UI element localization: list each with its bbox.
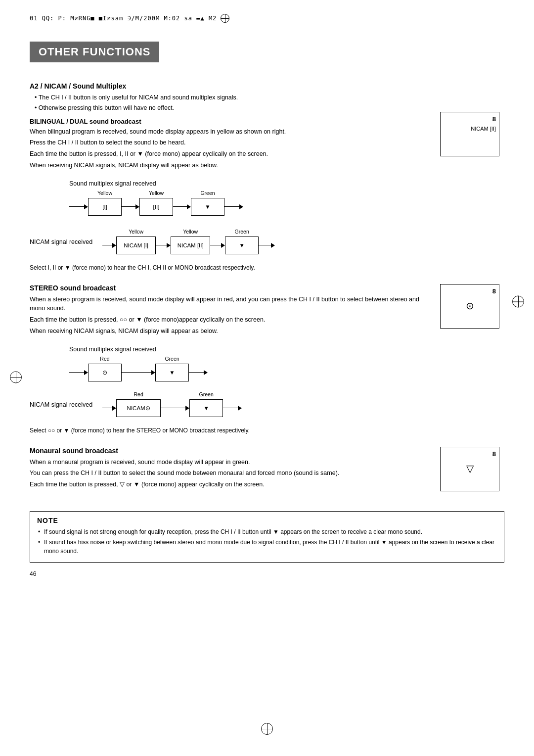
section-title-wrapper: OTHER FUNCTIONS: [30, 42, 504, 72]
box2-d3: ▼: [155, 364, 189, 381]
arrow-d3-1: [122, 370, 155, 375]
arrow-d4-1: [161, 406, 189, 411]
box2-label-d4: Green: [199, 391, 214, 397]
stereo-section: STEREO sound broadcast When a stereo pro…: [30, 284, 504, 442]
diagram1-section: Sound multiplex signal received Yellow […: [69, 180, 430, 216]
sidebar-icon-monaural: ▽: [466, 463, 474, 474]
stereo-p3: When receiving NICAM signals, NICAM disp…: [30, 327, 430, 336]
end-arrow-d4: [223, 406, 242, 411]
box1-d3: ⊙: [88, 364, 122, 381]
box3-d1: ▼: [191, 198, 224, 216]
box1-wrapper-d3: Red ⊙: [88, 364, 122, 381]
box2-d2: NICAM [II]: [171, 236, 210, 254]
start-arrow-4: [102, 406, 116, 411]
header-bar: 01 QQ: P: M≠RNG■ ■I≠sam ∋/M/200M M:02 sa…: [30, 10, 504, 27]
start-arrow-1: [69, 204, 88, 209]
diagram3-flow: Red ⊙ Green: [69, 364, 430, 381]
left-crosshair-decoration: [10, 372, 22, 383]
box2-wrapper-d3: Green ▼: [155, 364, 189, 381]
sidebar-icon-stereo: ⊙: [466, 300, 474, 312]
arrow-d2-1: [156, 243, 171, 248]
bottom-crosshair-decoration: [261, 723, 273, 735]
note-2: If sound has hiss noise or keep switchin…: [37, 538, 497, 556]
monaural-title: Monaural sound broadcast: [30, 447, 430, 455]
box2-label-d2: Yellow: [183, 229, 198, 235]
right-crosshair-decoration: [512, 296, 524, 308]
monaural-section: Monaural sound broadcast When a monaural…: [30, 447, 504, 501]
diagram4-section: NICAM signal received Red: [30, 388, 430, 420]
header-text: 01 QQ: P: M≠RNG■ ■I≠sam ∋/M/200M M:02 sa…: [30, 15, 217, 22]
box1-wrapper-d2: Yellow NICAM [I]: [116, 236, 156, 254]
box1-label-d4: Red: [134, 391, 143, 397]
end-arrow-d3: [189, 370, 208, 375]
a2-title: A2 / NICAM / Sound Multiplex: [30, 82, 430, 90]
arrow-d2-2: [210, 243, 225, 248]
stereo-main-content: STEREO sound broadcast When a stereo pro…: [30, 284, 430, 442]
box2-wrapper-d2: Yellow NICAM [II]: [171, 236, 210, 254]
select-statement-2: Select ○○ or ▼ (force mono) to hear the …: [30, 427, 430, 434]
diagram2-title: NICAM signal received: [30, 226, 92, 245]
stereo-p1: When a stereo program is received, sound…: [30, 295, 430, 314]
box1-d2: NICAM [I]: [116, 236, 156, 254]
bilingual-title: BILINGUAL / DUAL sound broadcast: [30, 118, 430, 125]
sidebar-num-stereo: 8: [492, 287, 496, 295]
box2-d1: [II]: [139, 198, 173, 216]
note-section: NOTE If sound signal is not strong enoug…: [30, 511, 504, 563]
diagram2-flow: Yellow NICAM [I]: [102, 236, 275, 254]
diagram3-title: Sound multiplex signal received: [69, 346, 430, 353]
bilingual-p3: Each time the button is pressed, I, II o…: [30, 149, 430, 159]
bilingual-p2: Press the CH I / II button to select the…: [30, 138, 430, 147]
a2-bullet-1: The CH I / II button is only useful for …: [35, 93, 430, 102]
note-1: If sound signal is not strong enough for…: [37, 527, 497, 536]
box1-d1: [I]: [88, 198, 122, 216]
box2-label-d3: Green: [165, 356, 179, 362]
monaural-main-content: Monaural sound broadcast When a monaural…: [30, 447, 430, 501]
stereo-sidebar: 8 ⊙: [440, 284, 504, 442]
diagram1-flow: Yellow [I] Yellow: [69, 198, 430, 216]
page-number: 46: [30, 570, 504, 577]
box3-label-d2: Green: [235, 229, 249, 235]
sidebar-num-1: 8: [492, 115, 496, 123]
monaural-p1: When a monaural program is received, sou…: [30, 458, 430, 467]
section-title: OTHER FUNCTIONS: [30, 42, 159, 62]
sidebar-box-1: 8 NICAM [II]: [440, 112, 499, 156]
a2-section: A2 / NICAM / Sound Multiplex The CH I / …: [30, 82, 504, 279]
a2-main-content: A2 / NICAM / Sound Multiplex The CH I / …: [30, 82, 430, 279]
sidebar-num-monaural: 8: [492, 450, 496, 458]
arrow-d1-1: [122, 204, 139, 209]
bilingual-p4: When receiving NICAM signals, NICAM disp…: [30, 161, 430, 170]
box2-wrapper-d4: Green ▼: [189, 399, 223, 417]
monaural-sidebar: 8 ▽: [440, 447, 504, 501]
stereo-title: STEREO sound broadcast: [30, 284, 430, 292]
box1-wrapper-d4: Red NICAM⊙: [116, 399, 161, 417]
diagram2-section: NICAM signal received Yellow: [30, 226, 430, 257]
a2-sidebar: 8 NICAM [II]: [440, 82, 504, 279]
diagram4-title: NICAM signal received: [30, 388, 92, 408]
start-arrow-3: [69, 370, 88, 375]
box1-label-d3: Red: [100, 356, 109, 362]
end-arrow-d2: [259, 243, 275, 248]
monaural-p2: You can press the CH I / II button to se…: [30, 469, 430, 478]
box3-d2: ▼: [225, 236, 259, 254]
a2-bullet-2: Otherwise pressing this button will have…: [35, 103, 430, 113]
stereo-p2: Each time the button is pressed, ○○ or ▼…: [30, 315, 430, 325]
monaural-p3: Each time the button is pressed, ▽ or ▼ …: [30, 480, 430, 489]
box3-wrapper-d2: Green ▼: [225, 236, 259, 254]
box2-label-d1: Yellow: [149, 190, 164, 196]
a2-bullets: The CH I / II button is only useful for …: [30, 93, 430, 113]
page-container: 01 QQ: P: M≠RNG■ ■I≠sam ∋/M/200M M:02 sa…: [0, 0, 534, 756]
box2-d4: ▼: [189, 399, 223, 417]
box3-wrapper-d1: Green ▼: [191, 198, 224, 216]
sidebar-label-1: NICAM [II]: [471, 126, 496, 132]
box1-d4: NICAM⊙: [116, 399, 161, 417]
sidebar-box-monaural: 8 ▽: [440, 447, 499, 491]
arrow-d1-2: [173, 204, 191, 209]
diagram3-section: Sound multiplex signal received Red ⊙: [69, 346, 430, 381]
start-arrow-2: [102, 243, 116, 248]
diagram4-flow: Red NICAM⊙ Green: [102, 399, 242, 417]
box1-wrapper-d1: Yellow [I]: [88, 198, 122, 216]
end-arrow-d1: [224, 204, 243, 209]
box3-label-d1: Green: [200, 190, 215, 196]
box1-label-d1: Yellow: [97, 190, 112, 196]
select-statement-1: Select I, II or ▼ (force mono) to hear t…: [30, 264, 430, 271]
